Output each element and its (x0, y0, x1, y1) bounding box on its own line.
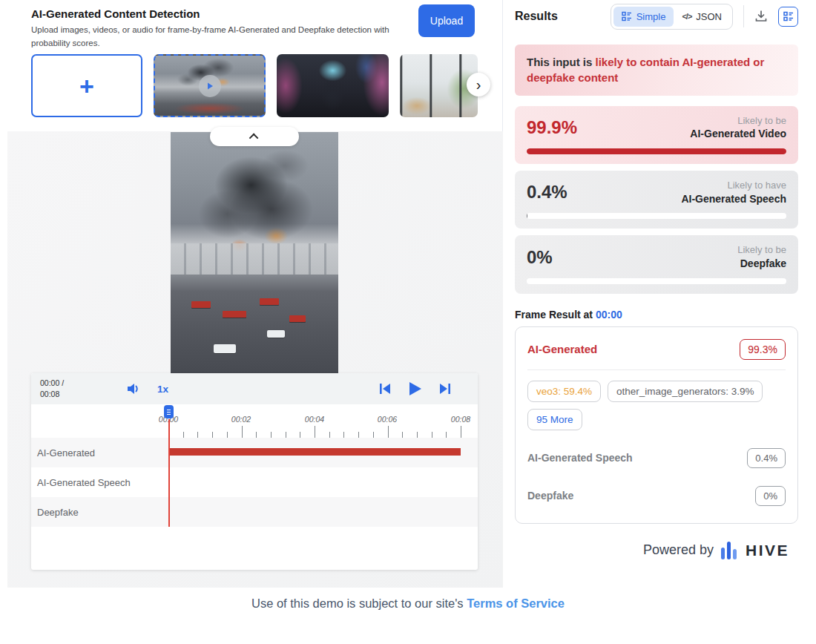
chevron-up-icon (249, 133, 258, 142)
ruler-label: 00:04 (305, 415, 324, 424)
frame-result-time[interactable]: 00:00 (596, 309, 622, 321)
score-card-ai-video: 99.9% Likely to be AI-Generated Video (515, 106, 798, 164)
timeline-row-label: AI-Generated (37, 447, 95, 459)
score-name: AI-Generated Video (690, 127, 786, 141)
play-button[interactable] (408, 381, 422, 396)
chip-other-generators[interactable]: other_image_generators: 3.9% (608, 381, 763, 402)
score-name: AI-Generated Speech (681, 192, 786, 206)
generator-chips: veo3: 59.4% other_image_generators: 3.9%… (527, 381, 786, 430)
frame-card-divider (527, 369, 786, 370)
page-description-line2: probability scores. (31, 39, 100, 47)
frame-speech-value-badge: 0.4% (747, 448, 786, 468)
frame-speech-row: AI-Generated Speech 0.4% (527, 448, 786, 468)
score-sublabel: Likely to have (681, 179, 786, 192)
play-overlay-icon (199, 75, 221, 97)
player-controls: 00:00 / 00:08 1x (31, 373, 478, 404)
score-sublabel: Likely to be (690, 114, 786, 128)
detection-alert-banner: This input is likely to contain AI-gener… (515, 45, 798, 96)
thumbnail-image-cyberpunk[interactable] (277, 54, 389, 117)
timeline-row-label: Deepfake (37, 507, 79, 518)
timeline-rows: AI-Generated AI-Generated Speech Deepfak… (31, 438, 478, 527)
play-icon (408, 381, 422, 396)
thumbnail-video-selected[interactable] (154, 54, 266, 117)
timeline-scrubber-handle[interactable] (164, 405, 174, 418)
download-icon (754, 10, 768, 23)
app-root: AI-Generated Content Detection Upload im… (0, 0, 816, 644)
frame-speech-label: AI-Generated Speech (527, 452, 633, 464)
skip-end-button[interactable] (438, 383, 451, 395)
video-art-firetruck (191, 301, 211, 308)
playback-speed-button[interactable]: 1x (157, 384, 168, 395)
transport-controls (379, 381, 470, 396)
score-progress-track (527, 148, 786, 154)
collapse-preview-button[interactable] (210, 127, 299, 146)
timeline-ruler-ticks[interactable] (168, 426, 461, 438)
hive-wordmark: HIVE (746, 542, 789, 559)
video-art-ambulance (267, 330, 285, 338)
footer: Use of this demo is subject to our site'… (0, 597, 816, 611)
ruler-label: 00:08 (451, 415, 470, 424)
toggle-simple[interactable]: Simple (613, 7, 674, 27)
skip-start-button[interactable] (379, 383, 392, 395)
chevron-right-icon: › (476, 76, 481, 93)
time-current: 00:00 / (40, 378, 83, 389)
video-art-firetruck (289, 315, 306, 322)
chip-more[interactable]: 95 More (527, 409, 582, 430)
ruler-label: 00:06 (378, 415, 397, 424)
results-header: Results Simple </> JSON (515, 0, 798, 33)
timeline-row-ai-generated: AI-Generated (31, 438, 478, 467)
speaker-icon (126, 382, 141, 395)
skip-start-icon (379, 383, 392, 395)
toggle-simple-label: Simple (636, 11, 666, 22)
score-name: Deepfake (737, 257, 786, 271)
upload-button[interactable]: Upload (418, 4, 475, 37)
frame-result-label: Frame Result at 00:00 (515, 309, 798, 321)
score-progress-fill (527, 148, 786, 154)
frame-deepfake-row: Deepfake 0% (527, 486, 786, 506)
plus-icon: + (79, 73, 94, 99)
code-icon: </> (682, 12, 691, 21)
terms-of-service-link[interactable]: Terms of Service (467, 597, 565, 610)
score-card-ai-speech: 0.4% Likely to have AI-Generated Speech (515, 171, 798, 229)
media-stage: 00:00 / 00:08 1x (7, 131, 503, 588)
header-divider (743, 5, 744, 27)
toggle-json[interactable]: </> JSON (674, 7, 730, 27)
video-frame-image (171, 132, 338, 373)
video-art-firetruck (260, 298, 279, 305)
frame-result-prefix: Frame Result at (515, 309, 596, 321)
chip-veo3[interactable]: veo3: 59.4% (527, 381, 601, 402)
video-preview[interactable] (171, 132, 338, 373)
results-title: Results (515, 10, 558, 23)
ruler-label: 00:02 (231, 415, 251, 424)
score-sublabel: Likely to be (737, 243, 786, 257)
score-card-deepfake: 0% Likely to be Deepfake (515, 235, 798, 293)
add-file-button[interactable]: + (31, 54, 142, 117)
frame-deepfake-label: Deepfake (527, 490, 573, 502)
score-progress-fill (527, 213, 527, 219)
page-description: Upload images, videos, or audio for fram… (31, 24, 406, 50)
detail-view-button[interactable] (778, 7, 798, 27)
page-header: AI-Generated Content Detection Upload im… (0, 0, 502, 50)
frame-primary-value-badge: 99.3% (740, 339, 786, 360)
video-art-firetruck (223, 311, 246, 318)
view-toggle: Simple </> JSON (611, 4, 733, 30)
volume-button[interactable] (126, 382, 141, 395)
score-value: 99.9% (527, 117, 577, 138)
results-panel: Results Simple </> JSON (515, 0, 798, 559)
thumbnails-next-button[interactable]: › (467, 73, 490, 96)
thumbnail-strip: + (31, 54, 478, 120)
player-card: 00:00 / 00:08 1x (31, 373, 478, 570)
score-progress-track (527, 278, 786, 284)
timeline-ruler-labels: 00:00 00:02 00:04 00:06 00:08 (31, 415, 478, 425)
time-total: 00:08 (40, 389, 83, 400)
left-panel: AI-Generated Content Detection Upload im… (0, 0, 503, 588)
timeline-row-ai-speech: AI-Generated Speech (31, 467, 478, 497)
powered-by-text: Powered by (643, 542, 714, 558)
score-progress-track (527, 213, 786, 219)
toggle-json-label: JSON (696, 11, 722, 22)
video-art-building (171, 243, 338, 275)
download-button[interactable] (753, 8, 769, 24)
frame-result-card: AI-Generated 99.3% veo3: 59.4% other_ima… (515, 326, 798, 524)
timeline-row-deepfake: Deepfake (31, 497, 478, 527)
timeline-playhead[interactable] (168, 419, 170, 527)
